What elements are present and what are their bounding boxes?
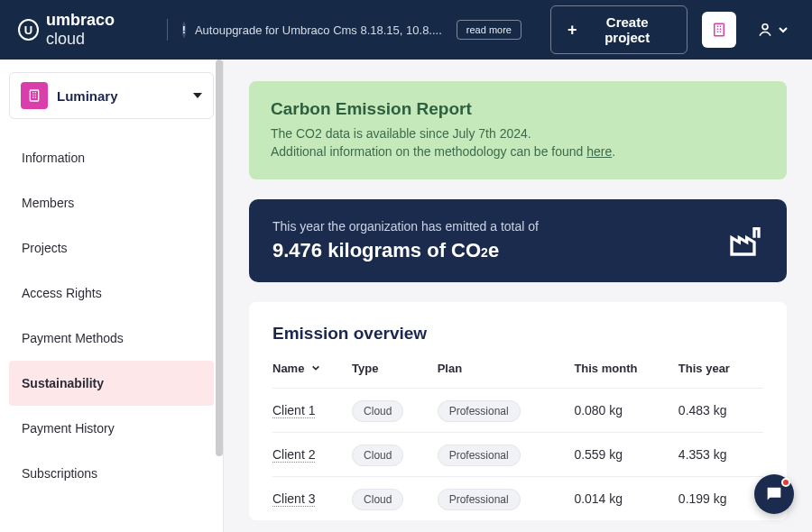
col-name[interactable]: Name: [272, 362, 352, 388]
table-row: Client 1CloudProfessional0.080 kg0.483 k…: [272, 388, 763, 432]
month-cell: 0.559 kg: [574, 432, 678, 476]
sidebar-item-projects[interactable]: Projects: [9, 225, 214, 271]
year-cell: 0.483 kg: [678, 388, 763, 432]
create-project-button[interactable]: + Create project: [550, 5, 687, 54]
svg-rect-2: [30, 90, 38, 101]
user-icon: [756, 21, 774, 39]
year-cell: 0.199 kg: [678, 476, 763, 520]
create-project-label: Create project: [584, 14, 669, 45]
sidebar-item-sustainability[interactable]: Sustainability: [9, 361, 214, 406]
sidebar-item-access-rights[interactable]: Access Rights: [9, 271, 214, 316]
sidebar-item-subscriptions[interactable]: Subscriptions: [9, 451, 214, 496]
factory-icon: [727, 223, 763, 259]
type-pill: Cloud: [352, 400, 403, 422]
plan-pill: Professional: [438, 489, 521, 510]
month-cell: 0.080 kg: [574, 388, 678, 432]
col-year: This year: [678, 362, 763, 389]
sidebar-item-information[interactable]: Information: [9, 135, 214, 180]
emission-table: Name Type Plan This month This year Clie…: [272, 362, 763, 520]
notification-dot: [781, 478, 790, 487]
topbar: U umbraco cloud ! Autoupgrade for Umbrac…: [0, 0, 812, 60]
report-line2b: .: [612, 144, 615, 159]
divider: [167, 19, 168, 41]
plan-pill: Professional: [438, 445, 521, 466]
table-row: Client 3CloudProfessional0.014 kg0.199 k…: [272, 476, 763, 520]
year-cell: 4.353 kg: [678, 432, 763, 476]
chevron-down-icon: [311, 363, 320, 372]
chat-button[interactable]: [754, 474, 794, 514]
info-icon: !: [182, 22, 186, 38]
read-more-button[interactable]: read more: [457, 20, 521, 40]
report-line2a: Additional information on the methodolog…: [271, 144, 586, 159]
upgrade-notice: ! Autoupgrade for Umbraco Cms 8.18.15, 1…: [182, 22, 442, 38]
svg-point-1: [762, 24, 768, 30]
client-link[interactable]: Client 1: [272, 403, 315, 418]
sidebar: Luminary InformationMembersProjectsAcces…: [0, 60, 224, 532]
total-value: 9.476 kilograms of CO2e: [272, 239, 727, 262]
client-link[interactable]: Client 2: [272, 447, 315, 463]
org-icon: [21, 82, 48, 109]
type-pill: Cloud: [352, 489, 403, 510]
report-line1: The CO2 data is available since July 7th…: [271, 126, 531, 141]
table-row: Client 2CloudProfessional0.559 kg4.353 k…: [272, 432, 763, 476]
total-emission-box: This year the organization has emitted a…: [249, 199, 787, 282]
scrollbar[interactable]: [216, 60, 223, 456]
col-month: This month: [574, 362, 678, 389]
table-title: Emission overview: [272, 324, 763, 344]
client-link[interactable]: Client 3: [272, 491, 315, 507]
brand-name: umbraco: [46, 11, 115, 29]
chevron-down-icon: [778, 24, 789, 35]
building-icon: [27, 88, 42, 103]
org-name: Luminary: [57, 88, 184, 104]
chevron-down-icon: [193, 93, 202, 98]
plan-pill: Professional: [438, 400, 521, 422]
main-content: Carbon Emission Report The CO2 data is a…: [224, 60, 812, 532]
month-cell: 0.014 kg: [574, 476, 678, 520]
org-switcher-button[interactable]: [702, 12, 736, 48]
svg-rect-0: [715, 23, 724, 36]
type-pill: Cloud: [352, 445, 403, 466]
building-icon: [711, 22, 727, 38]
chat-icon: [764, 484, 784, 504]
brand-logo-icon: U: [18, 19, 39, 41]
nav-list: InformationMembersProjectsAccess RightsP…: [9, 135, 214, 496]
notice-text: Autoupgrade for Umbraco Cms 8.18.15, 10.…: [195, 23, 442, 37]
brand[interactable]: U umbraco cloud: [18, 11, 152, 49]
methodology-link[interactable]: here: [586, 144, 612, 159]
report-banner: Carbon Emission Report The CO2 data is a…: [249, 81, 787, 179]
total-label: This year the organization has emitted a…: [272, 219, 727, 234]
col-plan: Plan: [438, 362, 575, 389]
org-selector[interactable]: Luminary: [9, 72, 214, 119]
sidebar-item-members[interactable]: Members: [9, 180, 214, 225]
brand-suffix: cloud: [46, 30, 85, 48]
user-menu-button[interactable]: [751, 21, 794, 39]
emission-table-card: Emission overview Name Type Plan This mo…: [249, 302, 787, 520]
report-title: Carbon Emission Report: [271, 99, 765, 119]
col-type: Type: [352, 362, 438, 389]
plus-icon: +: [567, 22, 577, 38]
sidebar-item-payment-history[interactable]: Payment History: [9, 406, 214, 451]
sidebar-item-payment-methods[interactable]: Payment Methods: [9, 316, 214, 361]
